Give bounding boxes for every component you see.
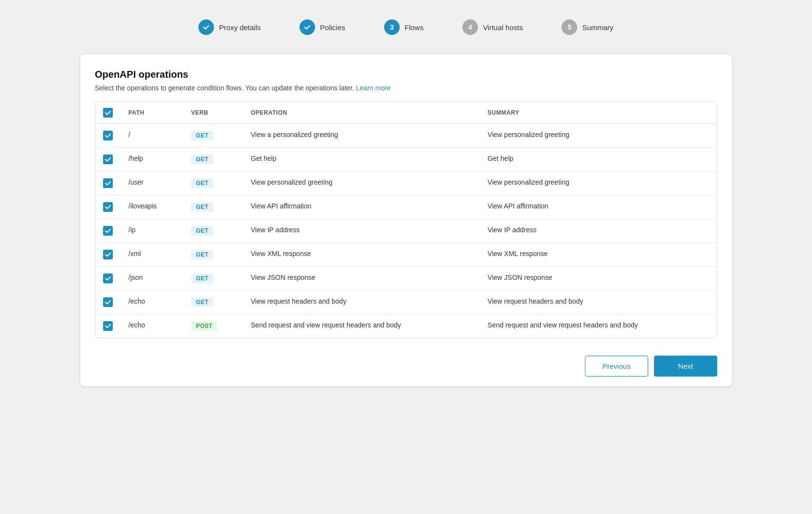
row-path: /ip: [121, 219, 183, 243]
table-row: /echoGETView request headers and bodyVie…: [95, 291, 717, 314]
row-verb: GET: [183, 124, 243, 148]
verb-badge-get: GET: [191, 297, 213, 307]
row-checkbox-7[interactable]: [103, 297, 113, 307]
header-verb: VERB: [183, 102, 243, 124]
row-verb: GET: [183, 171, 243, 195]
row-verb: GET: [183, 219, 243, 243]
wizard-header: Proxy details Policies 3 Flows 4 Virtual…: [0, 10, 812, 45]
row-path: /: [121, 124, 183, 148]
verb-badge-get: GET: [191, 202, 213, 212]
table-row: /userGETView personalized greetingView p…: [95, 171, 717, 195]
table-row: /GETView a personalized greetingView per…: [95, 124, 717, 148]
row-verb: GET: [183, 148, 243, 171]
wizard-step-virtual-hosts[interactable]: 4 Virtual hosts: [462, 19, 523, 35]
step-icon-proxy-details: [198, 19, 214, 35]
next-button[interactable]: Next: [654, 356, 717, 377]
card-subtitle-text: Select the operations to generate condit…: [95, 84, 356, 92]
row-summary: View JSON response: [480, 267, 717, 291]
row-operation: View XML response: [243, 243, 480, 267]
header-operation: OPERATION: [243, 102, 480, 124]
operations-table: PATH VERB OPERATION SUMMARY /GETView a p…: [95, 102, 717, 338]
main-card: OpenAPI operations Select the operations…: [80, 54, 732, 386]
row-summary: Get help: [480, 148, 717, 171]
operations-table-container: PATH VERB OPERATION SUMMARY /GETView a p…: [95, 102, 717, 338]
row-path: /echo: [121, 291, 183, 314]
learn-more-link[interactable]: Learn more: [356, 84, 391, 92]
row-path: /echo: [121, 314, 183, 338]
row-checkbox-cell: [95, 195, 121, 219]
table-row: /jsonGETView JSON responseView JSON resp…: [95, 267, 717, 291]
row-operation: View a personalized greeting: [243, 124, 480, 148]
table-row: /helpGETGet helpGet help: [95, 148, 717, 171]
step-label-virtual-hosts: Virtual hosts: [483, 23, 523, 32]
table-row: /echoPOSTSend request and view request h…: [95, 314, 717, 338]
row-summary: View IP address: [480, 219, 717, 243]
row-summary: View personalized greeting: [480, 171, 717, 195]
row-checkbox-cell: [95, 267, 121, 291]
wizard-step-flows[interactable]: 3 Flows: [384, 19, 424, 35]
row-checkbox-4[interactable]: [103, 226, 113, 236]
verb-badge-post: POST: [191, 321, 217, 331]
wizard-step-summary[interactable]: 5 Summary: [562, 19, 613, 35]
verb-badge-get: GET: [191, 178, 213, 188]
row-verb: GET: [183, 243, 243, 267]
step-label-policies: Policies: [320, 23, 345, 32]
row-checkbox-cell: [95, 219, 121, 243]
wizard-step-policies[interactable]: Policies: [300, 19, 345, 35]
row-verb: GET: [183, 267, 243, 291]
row-summary: View request headers and body: [480, 291, 717, 314]
row-operation: View request headers and body: [243, 291, 480, 314]
row-checkbox-cell: [95, 171, 121, 195]
row-checkbox-3[interactable]: [103, 202, 113, 212]
table-header-row: PATH VERB OPERATION SUMMARY: [95, 102, 717, 124]
header-summary: SUMMARY: [480, 102, 717, 124]
step-icon-policies: [300, 19, 315, 35]
row-checkbox-8[interactable]: [103, 321, 113, 331]
row-checkbox-2[interactable]: [103, 178, 113, 188]
row-checkbox-cell: [95, 148, 121, 171]
row-summary: View XML response: [480, 243, 717, 267]
row-checkbox-6[interactable]: [103, 274, 113, 283]
step-label-proxy-details: Proxy details: [219, 23, 261, 32]
row-checkbox-cell: [95, 243, 121, 267]
row-summary: View personalized greeting: [480, 124, 717, 148]
row-operation: View API affirmation: [243, 195, 480, 219]
previous-button[interactable]: Previous: [585, 356, 648, 377]
row-checkbox-5[interactable]: [103, 250, 113, 259]
row-path: /user: [121, 171, 183, 195]
verb-badge-get: GET: [191, 274, 213, 283]
step-icon-virtual-hosts: 4: [462, 19, 478, 35]
card-subtitle: Select the operations to generate condit…: [95, 84, 717, 92]
row-verb: POST: [183, 314, 243, 338]
row-checkbox-cell: [95, 124, 121, 148]
row-checkbox-0[interactable]: [103, 131, 113, 140]
verb-badge-get: GET: [191, 154, 213, 164]
select-all-checkbox[interactable]: [103, 108, 113, 118]
row-operation: View JSON response: [243, 267, 480, 291]
header-path: PATH: [121, 102, 183, 124]
row-summary: View API affirmation: [480, 195, 717, 219]
table-row: /iloveapisGETView API affirmationView AP…: [95, 195, 717, 219]
row-path: /help: [121, 148, 183, 171]
row-path: /json: [121, 267, 183, 291]
table-row: /ipGETView IP addressView IP address: [95, 219, 717, 243]
row-operation: Send request and view request headers an…: [243, 314, 480, 338]
step-icon-flows: 3: [384, 19, 400, 35]
step-icon-summary: 5: [562, 19, 577, 35]
step-label-summary: Summary: [582, 23, 613, 32]
wizard-step-proxy-details[interactable]: Proxy details: [198, 19, 261, 35]
header-checkbox-cell: [95, 102, 121, 124]
verb-badge-get: GET: [191, 250, 213, 259]
row-checkbox-cell: [95, 291, 121, 314]
row-operation: Get help: [243, 148, 480, 171]
row-verb: GET: [183, 291, 243, 314]
row-checkbox-1[interactable]: [103, 154, 113, 164]
step-label-flows: Flows: [405, 23, 424, 32]
card-title: OpenAPI operations: [95, 69, 717, 80]
row-checkbox-cell: [95, 314, 121, 338]
verb-badge-get: GET: [191, 226, 213, 236]
row-operation: View personalized greeting: [243, 171, 480, 195]
card-footer: Previous Next: [95, 348, 717, 377]
row-verb: GET: [183, 195, 243, 219]
table-row: /xmlGETView XML responseView XML respons…: [95, 243, 717, 267]
